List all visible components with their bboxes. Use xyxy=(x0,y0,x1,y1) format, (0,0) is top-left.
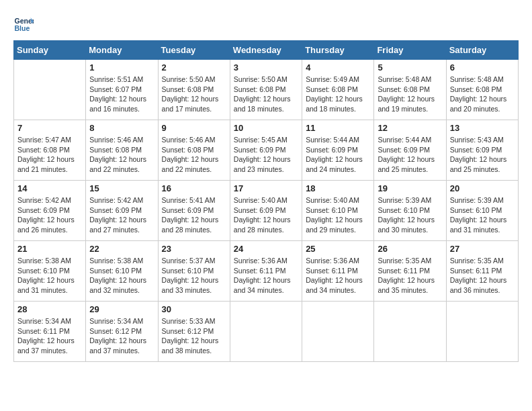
day-number: 30 xyxy=(162,304,226,314)
day-number: 21 xyxy=(17,244,82,254)
calendar-cell: 9Sunrise: 5:46 AMSunset: 6:08 PMDaylight… xyxy=(158,120,230,181)
day-info: Sunrise: 5:46 AMSunset: 6:08 PMDaylight:… xyxy=(89,135,154,175)
calendar-cell xyxy=(302,302,374,362)
day-number: 22 xyxy=(89,244,154,254)
svg-text:Blue: Blue xyxy=(15,24,30,32)
calendar-cell: 11Sunrise: 5:44 AMSunset: 6:09 PMDayligh… xyxy=(302,120,374,181)
calendar-cell: 14Sunrise: 5:42 AMSunset: 6:09 PMDayligh… xyxy=(14,181,86,241)
day-number: 10 xyxy=(234,123,298,133)
calendar-cell xyxy=(230,302,302,362)
day-number: 16 xyxy=(162,183,226,193)
calendar-cell xyxy=(374,302,446,362)
day-number: 27 xyxy=(450,244,515,254)
day-info: Sunrise: 5:48 AMSunset: 6:08 PMDaylight:… xyxy=(378,75,442,114)
calendar-cell: 29Sunrise: 5:34 AMSunset: 6:12 PMDayligh… xyxy=(86,302,158,362)
day-info: Sunrise: 5:36 AMSunset: 6:11 PMDaylight:… xyxy=(306,256,370,295)
calendar-cell: 26Sunrise: 5:35 AMSunset: 6:11 PMDayligh… xyxy=(374,241,446,302)
day-number: 11 xyxy=(306,123,370,133)
logo-icon: General Blue xyxy=(13,13,34,34)
day-info: Sunrise: 5:43 AMSunset: 6:09 PMDaylight:… xyxy=(450,135,515,175)
day-number: 20 xyxy=(450,183,515,193)
day-info: Sunrise: 5:40 AMSunset: 6:09 PMDaylight:… xyxy=(234,195,298,235)
day-info: Sunrise: 5:42 AMSunset: 6:09 PMDaylight:… xyxy=(89,195,154,235)
calendar-cell: 13Sunrise: 5:43 AMSunset: 6:09 PMDayligh… xyxy=(446,120,518,181)
day-info: Sunrise: 5:50 AMSunset: 6:08 PMDaylight:… xyxy=(162,75,226,114)
calendar-cell: 12Sunrise: 5:44 AMSunset: 6:09 PMDayligh… xyxy=(374,120,446,181)
calendar-cell: 22Sunrise: 5:38 AMSunset: 6:10 PMDayligh… xyxy=(86,241,158,302)
page-header: General Blue xyxy=(13,13,519,34)
weekday-header-wednesday: Wednesday xyxy=(230,41,302,60)
calendar-cell: 2Sunrise: 5:50 AMSunset: 6:08 PMDaylight… xyxy=(158,60,230,120)
calendar-week-3: 14Sunrise: 5:42 AMSunset: 6:09 PMDayligh… xyxy=(14,181,519,241)
day-number: 29 xyxy=(89,304,154,314)
day-number: 3 xyxy=(234,62,298,73)
day-number: 12 xyxy=(378,123,442,133)
weekday-header-saturday: Saturday xyxy=(446,41,518,60)
calendar-cell: 15Sunrise: 5:42 AMSunset: 6:09 PMDayligh… xyxy=(86,181,158,241)
day-number: 26 xyxy=(378,244,442,254)
calendar-cell: 17Sunrise: 5:40 AMSunset: 6:09 PMDayligh… xyxy=(230,181,302,241)
calendar-cell: 1Sunrise: 5:51 AMSunset: 6:07 PMDaylight… xyxy=(86,60,158,120)
day-info: Sunrise: 5:48 AMSunset: 6:08 PMDaylight:… xyxy=(450,75,515,114)
day-number: 13 xyxy=(450,123,515,133)
calendar-cell xyxy=(446,302,518,362)
day-info: Sunrise: 5:37 AMSunset: 6:10 PMDaylight:… xyxy=(162,256,226,295)
calendar-cell: 10Sunrise: 5:45 AMSunset: 6:09 PMDayligh… xyxy=(230,120,302,181)
day-info: Sunrise: 5:47 AMSunset: 6:08 PMDaylight:… xyxy=(17,135,82,175)
day-info: Sunrise: 5:34 AMSunset: 6:12 PMDaylight:… xyxy=(89,316,154,356)
day-number: 6 xyxy=(450,62,515,73)
day-number: 14 xyxy=(17,183,82,193)
weekday-header-monday: Monday xyxy=(86,41,158,60)
calendar-week-1: 1Sunrise: 5:51 AMSunset: 6:07 PMDaylight… xyxy=(14,60,519,120)
day-number: 18 xyxy=(306,183,370,193)
calendar-cell: 21Sunrise: 5:38 AMSunset: 6:10 PMDayligh… xyxy=(14,241,86,302)
day-info: Sunrise: 5:51 AMSunset: 6:07 PMDaylight:… xyxy=(89,75,154,114)
day-number: 23 xyxy=(162,244,226,254)
day-info: Sunrise: 5:39 AMSunset: 6:10 PMDaylight:… xyxy=(378,195,442,235)
day-info: Sunrise: 5:50 AMSunset: 6:08 PMDaylight:… xyxy=(234,75,298,114)
calendar-header-row: SundayMondayTuesdayWednesdayThursdayFrid… xyxy=(14,41,519,60)
calendar-cell: 8Sunrise: 5:46 AMSunset: 6:08 PMDaylight… xyxy=(86,120,158,181)
calendar-cell: 16Sunrise: 5:41 AMSunset: 6:09 PMDayligh… xyxy=(158,181,230,241)
weekday-header-thursday: Thursday xyxy=(302,41,374,60)
calendar-week-2: 7Sunrise: 5:47 AMSunset: 6:08 PMDaylight… xyxy=(14,120,519,181)
calendar-cell: 30Sunrise: 5:33 AMSunset: 6:12 PMDayligh… xyxy=(158,302,230,362)
weekday-header-sunday: Sunday xyxy=(14,41,86,60)
day-info: Sunrise: 5:34 AMSunset: 6:11 PMDaylight:… xyxy=(17,316,82,356)
day-number: 5 xyxy=(378,62,442,73)
day-info: Sunrise: 5:44 AMSunset: 6:09 PMDaylight:… xyxy=(306,135,370,175)
day-info: Sunrise: 5:35 AMSunset: 6:11 PMDaylight:… xyxy=(378,256,442,295)
calendar-cell: 5Sunrise: 5:48 AMSunset: 6:08 PMDaylight… xyxy=(374,60,446,120)
day-info: Sunrise: 5:46 AMSunset: 6:08 PMDaylight:… xyxy=(162,135,226,175)
calendar-cell: 4Sunrise: 5:49 AMSunset: 6:08 PMDaylight… xyxy=(302,60,374,120)
day-number: 9 xyxy=(162,123,226,133)
weekday-header-friday: Friday xyxy=(374,41,446,60)
calendar-cell: 28Sunrise: 5:34 AMSunset: 6:11 PMDayligh… xyxy=(14,302,86,362)
day-number: 1 xyxy=(89,62,154,73)
day-info: Sunrise: 5:33 AMSunset: 6:12 PMDaylight:… xyxy=(162,316,226,356)
day-info: Sunrise: 5:38 AMSunset: 6:10 PMDaylight:… xyxy=(89,256,154,295)
day-number: 28 xyxy=(17,304,82,314)
day-info: Sunrise: 5:44 AMSunset: 6:09 PMDaylight:… xyxy=(378,135,442,175)
day-info: Sunrise: 5:49 AMSunset: 6:08 PMDaylight:… xyxy=(306,75,370,114)
day-number: 25 xyxy=(306,244,370,254)
calendar-cell: 3Sunrise: 5:50 AMSunset: 6:08 PMDaylight… xyxy=(230,60,302,120)
day-number: 17 xyxy=(234,183,298,193)
calendar-cell xyxy=(14,60,86,120)
day-info: Sunrise: 5:35 AMSunset: 6:11 PMDaylight:… xyxy=(450,256,515,295)
day-info: Sunrise: 5:39 AMSunset: 6:10 PMDaylight:… xyxy=(450,195,515,235)
day-number: 8 xyxy=(89,123,154,133)
calendar-cell: 27Sunrise: 5:35 AMSunset: 6:11 PMDayligh… xyxy=(446,241,518,302)
day-info: Sunrise: 5:38 AMSunset: 6:10 PMDaylight:… xyxy=(17,256,82,295)
calendar-week-4: 21Sunrise: 5:38 AMSunset: 6:10 PMDayligh… xyxy=(14,241,519,302)
calendar-cell: 25Sunrise: 5:36 AMSunset: 6:11 PMDayligh… xyxy=(302,241,374,302)
day-number: 19 xyxy=(378,183,442,193)
calendar-cell: 23Sunrise: 5:37 AMSunset: 6:10 PMDayligh… xyxy=(158,241,230,302)
day-number: 7 xyxy=(17,123,82,133)
day-number: 2 xyxy=(162,62,226,73)
calendar-cell: 18Sunrise: 5:40 AMSunset: 6:10 PMDayligh… xyxy=(302,181,374,241)
day-info: Sunrise: 5:41 AMSunset: 6:09 PMDaylight:… xyxy=(162,195,226,235)
calendar-cell: 24Sunrise: 5:36 AMSunset: 6:11 PMDayligh… xyxy=(230,241,302,302)
day-info: Sunrise: 5:36 AMSunset: 6:11 PMDaylight:… xyxy=(234,256,298,295)
day-number: 24 xyxy=(234,244,298,254)
